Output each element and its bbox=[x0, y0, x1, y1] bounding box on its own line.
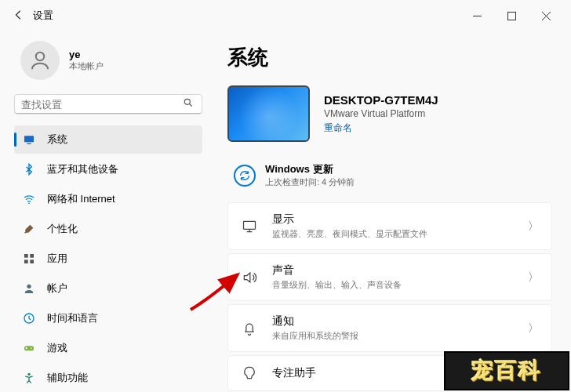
nav-label: 应用 bbox=[47, 252, 67, 266]
watermark: 宠百科 bbox=[444, 351, 569, 390]
nav-item-bluetooth[interactable]: 蓝牙和其他设备 bbox=[14, 155, 202, 183]
update-title: Windows 更新 bbox=[265, 162, 355, 176]
nav-label: 网络和 Internet bbox=[47, 192, 115, 206]
avatar bbox=[20, 41, 60, 80]
maximize-button[interactable] bbox=[494, 3, 529, 28]
nav-label: 帐户 bbox=[47, 281, 67, 296]
system-icon bbox=[22, 132, 36, 147]
nav-label: 蓝牙和其他设备 bbox=[47, 162, 118, 176]
card-title: 显示 bbox=[272, 212, 514, 227]
nav-item-time-language[interactable]: 时间和语言 bbox=[14, 304, 202, 332]
nav-label: 个性化 bbox=[47, 222, 78, 236]
rename-link[interactable]: 重命名 bbox=[324, 122, 438, 135]
chevron-right-icon: 〉 bbox=[528, 270, 539, 285]
window-title: 设置 bbox=[33, 9, 53, 23]
apps-icon bbox=[22, 252, 36, 266]
game-icon bbox=[22, 341, 36, 355]
nav-item-gaming[interactable]: 游戏 bbox=[14, 334, 202, 362]
sound-icon bbox=[241, 270, 258, 285]
minimize-button[interactable] bbox=[460, 3, 494, 28]
nav-list: 系统 蓝牙和其他设备 网络和 Internet 个性化 应用 bbox=[14, 125, 202, 392]
update-sub: 上次检查时间: 4 分钟前 bbox=[265, 176, 355, 188]
svg-point-13 bbox=[31, 347, 32, 349]
nav-item-accessibility[interactable]: 辅助功能 bbox=[14, 364, 202, 392]
svg-point-14 bbox=[27, 373, 30, 376]
nav-item-apps[interactable]: 应用 bbox=[14, 245, 202, 273]
nav-label: 辅助功能 bbox=[47, 371, 88, 385]
svg-rect-9 bbox=[30, 260, 34, 263]
device-block: DESKTOP-G7TEM4J VMware Virtual Platform … bbox=[227, 85, 552, 142]
profile-block[interactable]: ye 本地帐户 bbox=[14, 34, 202, 94]
card-display[interactable]: 显示 监视器、亮度、夜间模式、显示配置文件 〉 bbox=[227, 202, 552, 250]
device-name: DESKTOP-G7TEM4J bbox=[324, 93, 438, 107]
wifi-icon bbox=[22, 192, 36, 206]
chevron-right-icon: 〉 bbox=[528, 220, 539, 234]
bell-icon bbox=[241, 321, 258, 336]
card-sound[interactable]: 声音 音量级别、输出、输入、声音设备 〉 bbox=[227, 253, 552, 301]
update-icon bbox=[234, 165, 256, 187]
search-input[interactable] bbox=[21, 99, 181, 111]
svg-point-5 bbox=[28, 202, 30, 204]
display-icon bbox=[241, 219, 258, 234]
svg-rect-6 bbox=[24, 254, 28, 258]
svg-rect-15 bbox=[244, 221, 256, 229]
focus-icon bbox=[241, 365, 258, 381]
search-icon bbox=[181, 97, 195, 111]
nav-label: 系统 bbox=[47, 132, 67, 147]
settings-window: 设置 ye 本地帐户 bbox=[0, 0, 571, 392]
svg-point-10 bbox=[27, 285, 31, 289]
nav-item-personalization[interactable]: 个性化 bbox=[14, 215, 202, 243]
card-title: 声音 bbox=[272, 263, 514, 278]
card-title: 通知 bbox=[272, 314, 514, 328]
card-sub: 来自应用和系统的警报 bbox=[272, 330, 514, 342]
chevron-right-icon: 〉 bbox=[528, 321, 539, 336]
card-notifications[interactable]: 通知 来自应用和系统的警报 〉 bbox=[227, 304, 552, 352]
clock-icon bbox=[22, 311, 36, 325]
svg-rect-4 bbox=[27, 143, 31, 144]
close-button[interactable] bbox=[529, 3, 563, 28]
accessibility-icon bbox=[22, 371, 36, 385]
svg-rect-7 bbox=[30, 254, 34, 258]
sidebar: ye 本地帐户 系统 蓝牙和其他设备 bbox=[0, 31, 212, 392]
device-platform: VMware Virtual Platform bbox=[324, 108, 438, 119]
card-sub: 监视器、亮度、夜间模式、显示配置文件 bbox=[272, 228, 514, 240]
nav-item-system[interactable]: 系统 bbox=[14, 125, 202, 154]
account-icon bbox=[22, 281, 36, 296]
titlebar: 设置 bbox=[0, 0, 571, 31]
brush-icon bbox=[22, 222, 36, 236]
nav-item-accounts[interactable]: 帐户 bbox=[14, 274, 202, 303]
profile-name: ye bbox=[69, 49, 104, 60]
search-box[interactable] bbox=[14, 94, 202, 114]
svg-rect-3 bbox=[24, 136, 34, 142]
body: ye 本地帐户 系统 蓝牙和其他设备 bbox=[0, 31, 571, 392]
svg-rect-0 bbox=[507, 12, 515, 20]
page-heading: 系统 bbox=[227, 44, 552, 71]
device-thumbnail bbox=[227, 85, 310, 142]
nav-item-network[interactable]: 网络和 Internet bbox=[14, 185, 202, 213]
svg-rect-8 bbox=[24, 260, 28, 263]
back-button[interactable] bbox=[8, 9, 30, 23]
profile-sub: 本地帐户 bbox=[69, 60, 104, 72]
bluetooth-icon bbox=[22, 162, 36, 176]
nav-label: 时间和语言 bbox=[47, 311, 98, 325]
nav-label: 游戏 bbox=[47, 341, 67, 355]
windows-update-row[interactable]: Windows 更新 上次检查时间: 4 分钟前 bbox=[227, 158, 552, 202]
svg-point-2 bbox=[184, 99, 190, 104]
content: 系统 DESKTOP-G7TEM4J VMware Virtual Platfo… bbox=[212, 31, 571, 392]
card-sub: 音量级别、输出、输入、声音设备 bbox=[272, 279, 514, 291]
svg-point-1 bbox=[36, 53, 45, 61]
